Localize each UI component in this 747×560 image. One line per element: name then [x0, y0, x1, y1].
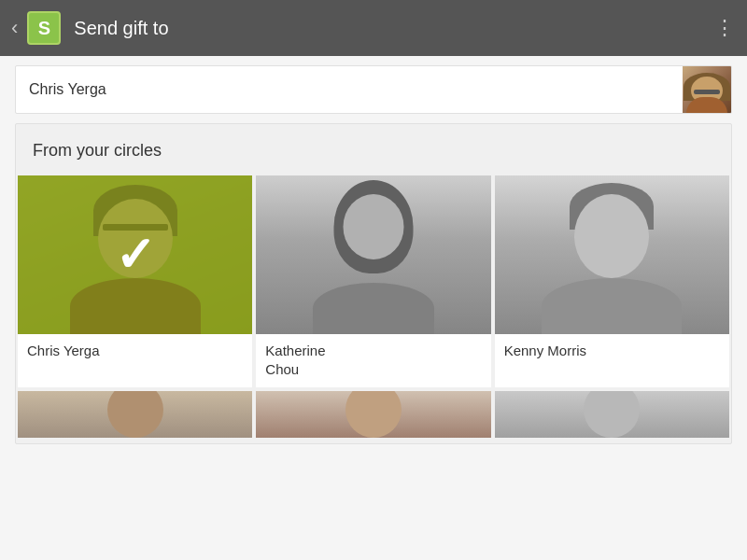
- recipient-avatar-img: [683, 65, 731, 114]
- bp1-face: [107, 391, 163, 438]
- contact-photo-katherine: [256, 175, 490, 334]
- contact-cell-katherine-chou[interactable]: KatherineChou: [256, 175, 490, 387]
- contact-name-kenny-morris: Kenny Morris: [495, 334, 729, 370]
- page-title: Send gift to: [74, 18, 714, 39]
- bottom-cell-3[interactable]: [495, 391, 729, 438]
- bottom-photo-2: [256, 391, 490, 438]
- bottom-cell-1[interactable]: [18, 391, 252, 438]
- bp2-face: [345, 391, 402, 438]
- app-icon-letter: S: [38, 18, 50, 39]
- contact-cell-kenny-morris[interactable]: Kenny Morris: [495, 175, 729, 387]
- contact-name-katherine-chou: KatherineChou: [256, 334, 490, 387]
- contact-name-chris-yerga: Chris Yerga: [18, 334, 252, 370]
- check-overlay: ✓: [115, 227, 156, 283]
- bottom-contacts-row: [16, 389, 731, 440]
- kath-body-shape: [313, 283, 434, 334]
- more-button[interactable]: ⋮: [714, 16, 736, 40]
- kenny-face-shape: [574, 194, 649, 278]
- circles-title: From your circles: [16, 124, 731, 174]
- app-icon: S: [27, 11, 61, 45]
- circles-section: From your circles ✓ Chris Yerga: [15, 123, 732, 444]
- contact-photo-kenny: [495, 175, 729, 334]
- bottom-photo-1: [18, 391, 252, 438]
- contact-cell-chris-yerga[interactable]: ✓ Chris Yerga: [18, 175, 252, 387]
- recipient-row[interactable]: Chris Yerga: [15, 65, 732, 114]
- bottom-photo-3: [495, 391, 729, 438]
- bottom-cell-2[interactable]: [256, 391, 490, 438]
- top-bar: ‹ S Send gift to ⋮: [0, 0, 747, 56]
- contact-photo-chris: ✓: [18, 175, 252, 334]
- bp3-face: [584, 391, 640, 438]
- avatar-glasses: [694, 90, 720, 94]
- recipient-name: Chris Yerga: [16, 81, 683, 98]
- kenny-body-shape: [542, 278, 682, 334]
- back-button[interactable]: ‹: [11, 16, 18, 40]
- kath-face-shape: [343, 194, 403, 259]
- recipient-avatar: [683, 65, 731, 114]
- contacts-grid: ✓ Chris Yerga KatherineChou Kenny Morris: [16, 174, 731, 389]
